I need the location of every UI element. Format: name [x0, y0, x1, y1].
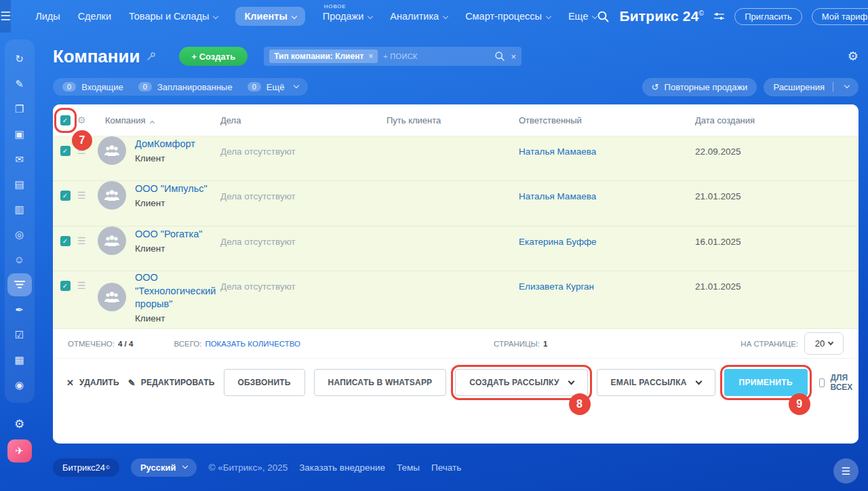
target-icon: ◎ [15, 229, 24, 241]
create-button[interactable]: + Создать [179, 47, 248, 66]
table-row[interactable]: ✓ ☰ ООО "Технологический прорыв"Клиент Д… [53, 271, 859, 329]
company-link[interactable]: ООО "Технологический прорыв" [135, 272, 216, 309]
column-activities[interactable]: Дела [220, 115, 387, 125]
apply-button[interactable]: ПРИМЕНИТЬ [724, 369, 808, 396]
column-created[interactable]: Дата создания [695, 115, 859, 125]
footer-link-themes[interactable]: Темы [397, 463, 420, 473]
repeat-sales-button[interactable]: ↺Повторные продажи [642, 78, 757, 96]
company-link[interactable]: ДомКомфорт [135, 138, 195, 149]
sidebar-item-tasks[interactable]: ☑ [7, 323, 32, 347]
table-row[interactable]: ✓ ☰ ООО "Рогатка"Клиент Дела отсутствуют… [53, 227, 859, 271]
chevron-down-icon [182, 463, 188, 469]
delete-button[interactable]: ✕УДАЛИТЬ [66, 378, 119, 388]
sidebar-item-calendar[interactable]: ▦ [7, 349, 32, 372]
table-row[interactable]: ✓ ☰ ООО "Импульс"Клиент Дела отсутствуют… [53, 181, 859, 227]
sort-asc-icon [149, 120, 154, 125]
sidebar-item-sign[interactable]: ✒ [7, 298, 32, 321]
drag-handle-icon[interactable]: ☰ [77, 281, 86, 290]
call-button[interactable]: ОБЗВОНИТЬ [224, 369, 305, 396]
sidebar-item-ai[interactable]: ◉ [7, 374, 32, 397]
nav-sales[interactable]: НОВОЕПродажи [323, 11, 373, 22]
remove-chip-icon[interactable]: × [368, 52, 373, 61]
responsible-link[interactable]: Наталья Мамаева [519, 136, 596, 157]
sidebar-item-video[interactable]: ▣ [7, 123, 32, 146]
create-mailing-button[interactable]: СОЗДАТЬ РАССЫЛКУ [455, 369, 587, 396]
sidebar-item-collab[interactable]: ↻ [7, 47, 32, 71]
widget-icon: ☰ [842, 465, 850, 477]
filter-chip[interactable]: Тип компании: Клиент × [269, 50, 378, 63]
language-select[interactable]: Русский [131, 458, 197, 477]
counter-more[interactable]: 0Ещё [248, 82, 299, 92]
email-mailing-select[interactable]: EMAIL РАССЫЛКА [597, 369, 715, 396]
drag-handle-icon[interactable]: ☰ [77, 191, 86, 200]
for-all-option[interactable]: ДЛЯ ВСЕХ [819, 373, 856, 392]
footer-brand-pill[interactable]: Битрикс24© [53, 458, 119, 477]
invite-button[interactable]: Пригласить [734, 8, 802, 25]
drag-handle-icon[interactable]: ☰ [77, 236, 86, 246]
grid-settings-gear-icon[interactable]: ⚙ [848, 49, 859, 64]
row-checkbox[interactable]: ✓ [60, 281, 71, 291]
select-all-checkbox[interactable]: ✓ [60, 115, 71, 125]
show-count-link[interactable]: ПОКАЗАТЬ КОЛИЧЕСТВО [205, 340, 300, 348]
sliders-icon[interactable] [713, 12, 725, 21]
feedback-widget-button[interactable]: ☰ [833, 458, 859, 484]
sidebar-settings-button[interactable]: ⚙ [7, 412, 32, 435]
pin-icon[interactable] [146, 52, 156, 61]
drag-handle-icon[interactable]: ☰ [77, 146, 86, 155]
responsible-link[interactable]: Екатерина Буффе [519, 227, 597, 247]
gear-icon: ⚙ [14, 417, 24, 431]
clear-search-icon[interactable]: × [511, 52, 517, 62]
responsible-link[interactable]: Елизавета Курган [519, 271, 594, 292]
table-row[interactable]: ✓ ☰ ДомКомфортКлиент Дела отсутствуют На… [53, 136, 859, 181]
footer-link-implementation[interactable]: Заказать внедрение [299, 463, 385, 473]
company-avatar [98, 283, 126, 311]
sidebar-item-chats[interactable]: ❐ [7, 98, 32, 121]
chevron-down-icon [368, 14, 373, 19]
nav-analytics[interactable]: Аналитика [390, 11, 448, 22]
whatsapp-button[interactable]: НАПИСАТЬ В WHATSAPP [314, 369, 447, 396]
pencil-icon: ✎ [128, 378, 136, 388]
extensions-button[interactable]: Расширения [764, 78, 859, 96]
counter-planned[interactable]: 0Запланированные [138, 82, 233, 92]
per-page-select[interactable]: 20 [804, 332, 844, 355]
nav-smart-processes[interactable]: Смарт-процессы [465, 11, 551, 22]
row-checkbox[interactable]: ✓ [60, 191, 71, 201]
nav-products[interactable]: Товары и Склады [129, 11, 218, 22]
column-company[interactable]: Компания [96, 115, 220, 125]
nav-deals[interactable]: Сделки [78, 11, 111, 22]
main-menu-button[interactable]: ☰ [0, 0, 11, 33]
sidebar-item-news[interactable]: ▤ [7, 173, 32, 196]
footer-link-print[interactable]: Печать [431, 463, 461, 473]
created-date: 21.01.2025 [695, 181, 859, 201]
responsible-link[interactable]: Наталья Мамаева [519, 181, 596, 201]
sidebar-item-mail[interactable]: ✉ [7, 148, 32, 171]
row-checkbox[interactable]: ✓ [60, 146, 71, 156]
company-link[interactable]: ООО "Рогатка" [135, 229, 202, 239]
sidebar-item-marketing[interactable]: ◎ [7, 223, 32, 246]
search-filter-bar[interactable]: Тип компании: Клиент × + ПОИСК × [264, 47, 521, 66]
search-icon[interactable] [597, 10, 610, 23]
sidebar-item-crm-active[interactable] [7, 273, 32, 296]
counter-incoming[interactable]: 0Входящие [62, 82, 123, 92]
task-check-icon: ☑ [15, 329, 24, 341]
column-client-path[interactable]: Путь клиента [387, 115, 519, 125]
bulk-action-bar: ✕УДАЛИТЬ ✎РЕДАКТИРОВАТЬ ОБЗВОНИТЬ НАПИСА… [53, 359, 859, 406]
sidebar-item-contact-card[interactable]: ▥ [7, 198, 32, 221]
column-settings-gear-icon[interactable]: ⚙ [77, 115, 86, 125]
column-responsible[interactable]: Ответственный [519, 115, 695, 125]
row-checkbox[interactable]: ✓ [60, 236, 71, 246]
company-link[interactable]: ООО "Импульс" [135, 183, 208, 194]
sidebar-rail: ↻ ✎ ❐ ▣ ✉ ▤ ▥ ◎ ☺ ✒ ☑ ▦ ◉ [5, 39, 35, 403]
people-icon: ☺ [14, 254, 24, 265]
nav-clients[interactable]: Клиенты [235, 7, 304, 26]
edit-button[interactable]: ✎РЕДАКТИРОВАТЬ [128, 378, 215, 388]
sidebar-item-clients[interactable]: ☺ [7, 248, 32, 271]
search-icon[interactable] [494, 51, 505, 62]
my-plan-button[interactable]: Мой тариф [812, 8, 868, 25]
nav-more[interactable]: Еще [568, 11, 597, 22]
nav-leads[interactable]: Лиды [35, 11, 60, 22]
for-all-checkbox[interactable] [819, 378, 825, 387]
sidebar-market-button[interactable]: ✈ [7, 439, 32, 463]
chevron-down-icon [443, 14, 448, 19]
sidebar-item-feed[interactable]: ✎ [7, 73, 32, 96]
